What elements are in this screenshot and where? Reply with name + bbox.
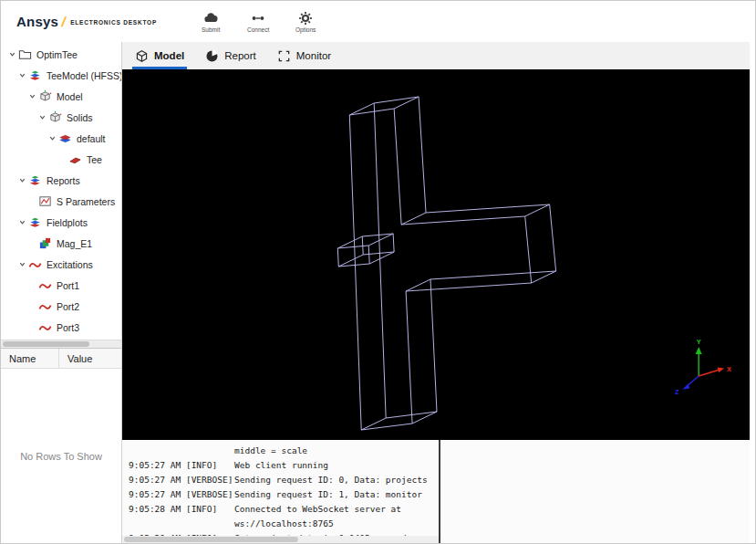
console-line-message: ws://localhost:8765 (234, 518, 334, 528)
z-axis-label: Z (675, 388, 679, 396)
tee-wireframe (337, 97, 555, 430)
tree-item-port1[interactable]: Port1 (1, 275, 121, 296)
chevron-down-icon[interactable] (16, 216, 28, 228)
logo-ansys-text: Ansys (16, 14, 58, 29)
sidebar: OptimTeeTeeModel (HFSS)ModelSolidsdefaul… (1, 42, 122, 543)
tree-item-label: Port2 (57, 301, 79, 312)
action-label: Connect (247, 26, 269, 33)
tree-item-default[interactable]: default (1, 128, 121, 149)
tee-front-face (349, 109, 531, 430)
plot-icon (38, 194, 52, 208)
solids-icon (48, 110, 62, 124)
tree-item-label: S Parameters (57, 196, 115, 207)
model-tab-icon (135, 49, 149, 63)
y-axis-arrowhead (696, 347, 702, 354)
y-axis-label: Y (697, 338, 701, 346)
tree-item-excitations[interactable]: Excitations (1, 254, 121, 275)
console-log[interactable]: middle = scale9:05:27 AM [INFO]Web clien… (122, 440, 439, 543)
console-line-message: Connected to WebSocket server at (234, 504, 401, 514)
gear-icon (298, 11, 313, 26)
ansys-logo: Ansys / ELECTRONICS DESKTOP (16, 14, 157, 29)
console-line: middle = scale (129, 443, 439, 457)
app-window: Ansys / ELECTRONICS DESKTOP SubmitConnec… (0, 0, 756, 544)
tree-item-label: Fieldplots (47, 217, 88, 228)
scrollbar-thumb[interactable] (124, 537, 298, 542)
chevron-down-icon[interactable] (16, 258, 28, 270)
chevron-down-icon[interactable] (26, 90, 38, 102)
reports-icon (28, 173, 42, 187)
options-button[interactable]: Options (288, 11, 323, 33)
console-line-message: Sending request ID: 0, Data: projects (234, 475, 428, 485)
tree-item-tee[interactable]: Tee (1, 149, 121, 170)
console-line-message: Sending request ID: 1, Data: monitor (234, 489, 422, 499)
chevron-down-icon[interactable] (36, 111, 48, 123)
tree-item-port2[interactable]: Port2 (1, 296, 121, 317)
project-tree: OptimTeeTeeModel (HFSS)ModelSolidsdefaul… (1, 42, 121, 340)
viewport-3d[interactable]: Y X Z (122, 69, 750, 440)
chevron-down-icon[interactable] (47, 132, 58, 144)
tree-item-label: default (77, 133, 106, 144)
caret-placeholder (26, 237, 38, 249)
tree-item-label: Port1 (57, 280, 79, 291)
tree-item-label: OptimTee (36, 49, 78, 60)
tab-model[interactable]: Model (132, 42, 187, 69)
main-area: ModelReportMonitor (122, 42, 755, 543)
tree-item-label: Excitations (47, 259, 93, 270)
connect-icon (251, 11, 265, 26)
tree-item-label: Port3 (57, 322, 79, 333)
column-header-name[interactable]: Name (1, 349, 59, 368)
console-line-prefix: 9:05:27 AM [VERBOSE] (129, 475, 234, 485)
tree-item-reports[interactable]: Reports (1, 170, 121, 191)
submit-button[interactable]: Submit (193, 11, 228, 33)
chevron-down-icon[interactable] (6, 48, 18, 60)
field-overlay-icon (38, 236, 52, 250)
tree-item-mag-e1[interactable]: Mag_E1 (1, 233, 121, 254)
tree-item-label: Tee (87, 154, 102, 165)
tab-label: Report (224, 50, 256, 61)
console-line: 9:05:27 AM [INFO]Web client running (129, 457, 439, 472)
tab-label: Model (154, 50, 184, 61)
view-tabs: ModelReportMonitor (122, 42, 750, 69)
tree-item-teemodel-hfss[interactable]: TeeModel (HFSS) (1, 65, 121, 86)
tree-item-model[interactable]: Model (1, 86, 121, 107)
console-line-prefix: 9:05:28 AM [INFO] (129, 504, 234, 514)
scrollbar-thumb[interactable] (3, 341, 89, 347)
tab-report[interactable]: Report (202, 42, 259, 69)
caret-placeholder (26, 321, 38, 333)
chevron-down-icon[interactable] (16, 69, 28, 81)
console-horizontal-scrollbar[interactable] (122, 536, 439, 543)
sheet-icon (68, 152, 82, 166)
column-header-value[interactable]: Value (59, 349, 121, 368)
tree-horizontal-scrollbar[interactable] (1, 340, 121, 348)
properties-body: No Rows To Show (1, 369, 121, 543)
x-axis (699, 370, 720, 376)
tab-monitor[interactable]: Monitor (274, 42, 334, 69)
app-header: Ansys / ELECTRONICS DESKTOP SubmitConnec… (1, 1, 755, 42)
caret-placeholder (57, 153, 68, 165)
caret-placeholder (26, 279, 38, 291)
tree-item-label: Mag_E1 (57, 238, 92, 249)
connect-button[interactable]: Connect (241, 11, 275, 33)
console-line: ws://localhost:8765 (129, 516, 439, 530)
model-icon (38, 89, 52, 103)
material-icon (58, 131, 72, 145)
tree-item-s-parameters[interactable]: S Parameters (1, 191, 121, 212)
monitor-tab-icon (277, 49, 291, 63)
chevron-down-icon[interactable] (16, 174, 28, 186)
console-line: 9:05:27 AM [VERBOSE]Sending request ID: … (129, 472, 439, 486)
x-axis-arrowhead (718, 368, 724, 373)
orientation-axes: Y X Z (675, 338, 731, 396)
report-tab-icon (205, 49, 219, 63)
console-area: middle = scale9:05:27 AM [INFO]Web clien… (122, 440, 750, 543)
tree-item-solids[interactable]: Solids (1, 107, 121, 128)
tree-item-fieldplots[interactable]: Fieldplots (1, 212, 121, 233)
tree-item-label: Reports (47, 175, 80, 186)
tree-item-optimtee[interactable]: OptimTee (1, 44, 121, 65)
folder-icon (18, 47, 32, 61)
header-actions: SubmitConnectOptions (193, 11, 323, 33)
port-icon (38, 320, 52, 334)
z-axis (687, 376, 699, 386)
tree-item-port3[interactable]: Port3 (1, 317, 121, 338)
console-line-prefix: 9:05:27 AM [INFO] (129, 460, 234, 470)
properties-header: Name Value (1, 349, 121, 369)
